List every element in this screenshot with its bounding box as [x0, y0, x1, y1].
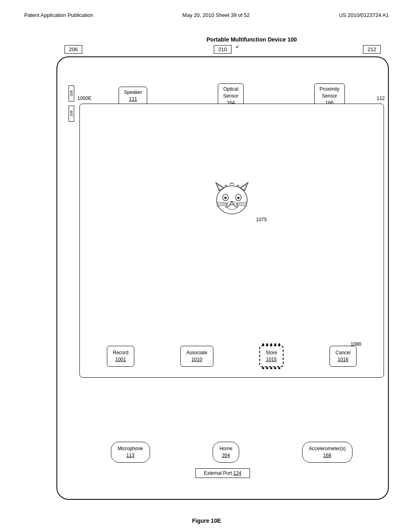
optical-label-2: Sensor: [223, 93, 238, 100]
microphone-label: Microphone: [118, 445, 143, 452]
associate-button[interactable]: Associate 1010: [180, 346, 213, 367]
proximity-label-2: Sensor: [319, 93, 339, 100]
page-header: Patent Application Publication May 20, 2…: [24, 12, 389, 18]
store-button[interactable]: Store 1015: [259, 345, 284, 367]
record-id: 1001: [113, 356, 129, 363]
speaker-label: Speaker: [124, 89, 142, 96]
header-left: Patent Application Publication: [24, 12, 93, 18]
home-label: Home: [219, 445, 232, 452]
store-id: 1015: [266, 356, 277, 363]
cancel-label: Cancel: [336, 349, 350, 356]
device-shell: 208 208 1000E 112 Speaker 111 Optical: [56, 56, 389, 500]
associate-id: 1010: [186, 356, 207, 363]
microphone-button[interactable]: Microphone 113: [111, 442, 150, 463]
speaker-sensor: Speaker 111: [119, 87, 147, 105]
cancel-button[interactable]: Cancel 1016: [330, 346, 357, 367]
svg-line-10: [217, 202, 228, 203]
store-wrapper: Store 1015: [259, 343, 284, 369]
top-labels: 206 210 212: [65, 45, 381, 54]
label-1075: 1075: [256, 217, 267, 222]
external-port-box: External Port 124: [196, 468, 250, 478]
home-button[interactable]: Home 204: [213, 442, 239, 463]
optical-label-1: Optical: [223, 86, 238, 93]
label-210: 210: [214, 45, 232, 54]
hardware-buttons: Microphone 113 Home 204 Accelerometer(s)…: [79, 442, 384, 463]
figure-label: Figure 10E: [192, 517, 221, 524]
screen-area: 1075 1080 Record 1001 Associate: [79, 104, 384, 378]
record-label: Record: [113, 349, 129, 356]
svg-point-7: [224, 197, 227, 199]
label-212: 212: [363, 45, 381, 54]
svg-point-8: [237, 197, 240, 199]
side-button-top[interactable]: 208: [69, 85, 74, 102]
screen-buttons: Record 1001 Associate 1010 Sto: [80, 343, 384, 369]
proximity-label-1: Proximity: [319, 86, 339, 93]
accelerometer-id: 168: [309, 452, 346, 459]
device-title: Portable Multifunction Device 100: [206, 36, 297, 43]
store-label: Store: [266, 349, 277, 356]
side-button-bottom-label: 208: [69, 110, 73, 116]
side-button-top-label: 208: [69, 90, 73, 96]
home-id: 204: [219, 452, 232, 459]
svg-marker-9: [230, 202, 234, 205]
side-button-bottom[interactable]: 208: [69, 106, 74, 122]
header-center: May 20, 2010 Sheet 39 of 52: [182, 12, 250, 18]
dots-bottom: [262, 367, 280, 369]
accelerometer-button[interactable]: Accelerometer(s) 168: [302, 442, 353, 463]
tiger-svg: [208, 177, 256, 221]
svg-point-16: [226, 202, 238, 210]
cancel-id: 1016: [336, 356, 350, 363]
svg-line-13: [236, 202, 247, 203]
device-wrapper: Portable Multifunction Device 100 ↙ 206 …: [40, 36, 389, 500]
label-206: 206: [65, 45, 82, 54]
tiger-illustration: [208, 177, 256, 222]
header-right: US 2010/0123724 A1: [339, 12, 389, 18]
record-button[interactable]: Record 1001: [107, 346, 135, 367]
associate-label: Associate: [186, 349, 207, 356]
accelerometer-label: Accelerometer(s): [309, 445, 346, 452]
microphone-id: 113: [118, 452, 143, 459]
speaker-id: 111: [124, 96, 142, 103]
external-port: External Port 124: [196, 468, 250, 478]
